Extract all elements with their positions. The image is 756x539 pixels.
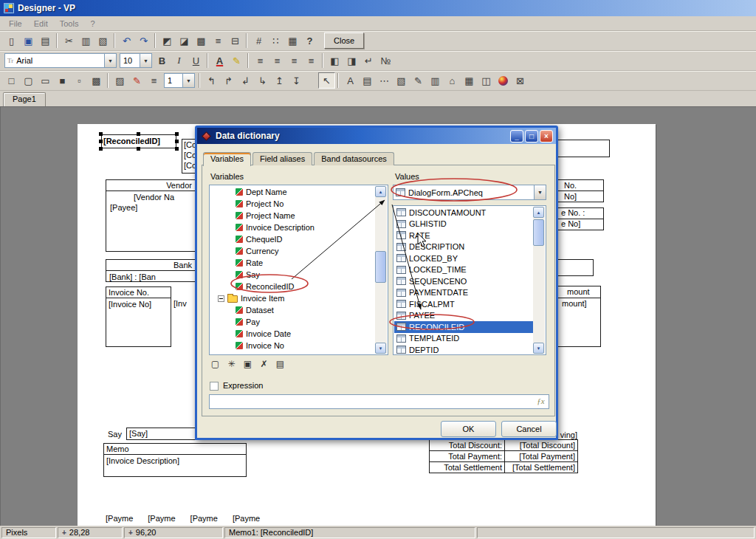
chevron-down-icon[interactable]: ▼ <box>182 74 194 87</box>
datasource-combo[interactable]: DialogForm.APCheq ▼ <box>393 185 546 200</box>
maximize-button[interactable]: □ <box>525 130 538 143</box>
group-icon[interactable]: ▩ <box>193 32 210 49</box>
connector-up-icon[interactable]: ↥ <box>271 72 288 89</box>
send-to-back-icon[interactable]: ◪ <box>176 32 193 49</box>
close-designer-button[interactable]: Close <box>324 32 364 49</box>
richtext-tool-icon[interactable]: ▥ <box>427 72 444 89</box>
chevron-down-icon[interactable]: ▼ <box>104 54 116 67</box>
label-tool-icon[interactable]: A <box>342 72 359 89</box>
ok-button[interactable]: OK <box>441 421 496 437</box>
dialog-tab[interactable]: Variables <box>203 152 251 166</box>
value-item[interactable]: LOCKED_TIME <box>394 264 533 276</box>
amount-field-fragment[interactable]: mount] <box>557 298 601 347</box>
undo-icon[interactable]: ↶ <box>118 32 135 49</box>
tree-item[interactable]: Pay <box>210 316 375 328</box>
detail-field[interactable]: [Payme <box>106 514 133 523</box>
picture-tool-icon[interactable]: ▧ <box>393 72 410 89</box>
font-family-combo[interactable]: Tr Arial ▼ <box>4 53 117 68</box>
invoice-block[interactable]: Invoice No. [Invoice No] <box>106 286 171 347</box>
menu-item[interactable]: Tools <box>54 18 85 30</box>
bold-icon[interactable]: B <box>154 52 171 69</box>
total-value[interactable]: [Total Payment] <box>504 450 578 462</box>
copy-icon[interactable]: ▥ <box>78 32 94 49</box>
preview-icon[interactable]: ▤ <box>37 32 54 49</box>
connector-down-left-icon[interactable]: ↲ <box>237 72 254 89</box>
rounded-rect-icon[interactable]: ▢ <box>20 72 37 89</box>
snap-grid-icon[interactable]: ∷ <box>267 32 284 49</box>
connector-up-right-icon[interactable]: ↱ <box>220 72 237 89</box>
cheque-no-field-fragment[interactable]: No] <box>557 190 604 202</box>
add-item-icon[interactable]: ▢ <box>209 358 221 370</box>
connector-up-left-icon[interactable]: ↰ <box>203 72 220 89</box>
minimize-button[interactable]: _ <box>510 130 523 143</box>
save-icon[interactable]: ▣ <box>20 32 37 49</box>
scroll-down-icon[interactable]: ▼ <box>375 343 386 354</box>
invoice-no-field-fragment[interactable]: e No] <box>557 219 604 230</box>
frame-left-icon[interactable]: ◧ <box>326 52 343 69</box>
fx-button[interactable]: ƒx <box>535 396 547 407</box>
shape-tool-icon[interactable]: ⌂ <box>444 72 461 89</box>
connector-down-right-icon[interactable]: ↳ <box>254 72 271 89</box>
justify-icon[interactable]: ≡ <box>303 52 320 69</box>
pointer-icon[interactable]: ↖ <box>318 72 335 89</box>
tree-scrollbar[interactable]: ▲ ▼ <box>375 186 387 354</box>
detail-field[interactable]: [Payme <box>148 514 175 523</box>
menu-item[interactable]: Edit <box>28 18 54 30</box>
fill-color-icon[interactable]: ▨ <box>111 72 128 89</box>
value-item[interactable]: FISCALPMT <box>394 298 533 310</box>
line-style-icon[interactable]: ≡ <box>145 72 162 89</box>
scroll-down-icon[interactable]: ▼ <box>533 343 544 354</box>
italic-icon[interactable]: I <box>171 52 188 69</box>
barcode-tool-icon[interactable]: ▦ <box>461 72 478 89</box>
add-child-icon[interactable]: ✳ <box>225 358 238 370</box>
value-item[interactable]: RECONCILEID <box>394 321 533 333</box>
vendor-block[interactable]: Vendor [Vendor Na [Payee] <box>106 179 199 252</box>
rect-icon[interactable]: □ <box>3 72 20 89</box>
value-item[interactable]: TEMPLATEID <box>394 333 533 345</box>
expression-checkbox[interactable] <box>210 382 219 391</box>
line-color-icon[interactable]: ✎ <box>128 72 145 89</box>
detail-field[interactable]: [Payme <box>190 514 218 523</box>
tree-item[interactable]: Say <box>210 269 375 281</box>
cut-icon[interactable]: ✂ <box>61 32 78 49</box>
dashed-rect-icon[interactable]: ▫ <box>71 72 88 89</box>
selection-handle[interactable] <box>137 147 140 151</box>
cancel-button[interactable]: Cancel <box>501 421 557 437</box>
tree-item[interactable]: Project Name <box>210 210 375 222</box>
selection-handle[interactable] <box>99 132 103 136</box>
menu-item[interactable]: File <box>3 18 28 30</box>
selection-handle[interactable] <box>137 132 140 136</box>
grid-icon[interactable]: # <box>250 32 267 49</box>
tree-item[interactable]: Invoice Date <box>210 328 375 340</box>
tree-item[interactable]: Invoice Item <box>210 292 375 304</box>
align-center-icon[interactable]: ≡ <box>269 52 286 69</box>
date-field-fragment[interactable] <box>557 140 610 157</box>
total-value[interactable]: [Total Settlement] <box>504 461 578 473</box>
value-item[interactable]: GLHISTID <box>394 219 533 230</box>
detail-field[interactable]: [Payme <box>233 514 260 523</box>
tree-item[interactable]: Rate <box>210 257 375 269</box>
selection-handle[interactable] <box>175 132 179 136</box>
shaded-rect-icon[interactable]: ▩ <box>88 72 105 89</box>
highlight-icon[interactable]: ✎ <box>228 52 245 69</box>
tree-item[interactable]: Dept Name <box>210 186 375 198</box>
value-item[interactable]: DESCRIPTION <box>394 241 533 253</box>
redo-icon[interactable]: ↷ <box>135 32 152 49</box>
ole-tool-icon[interactable]: ⊠ <box>512 72 529 89</box>
expand-minus-icon[interactable] <box>218 295 224 302</box>
vendor-name-field[interactable]: [Vendor Na <box>134 193 174 202</box>
invoice-no-field[interactable]: [Invoice No] <box>109 300 151 309</box>
connector-down-icon[interactable]: ↧ <box>288 72 305 89</box>
tree-item[interactable]: ChequeID <box>210 233 375 245</box>
delete-icon[interactable]: ✗ <box>258 358 270 370</box>
scroll-thumb[interactable] <box>375 251 386 283</box>
pencil-tool-icon[interactable]: ✎ <box>410 72 427 89</box>
filled-rect-icon[interactable]: ■ <box>54 72 71 89</box>
invoice-description-field[interactable]: [Invoice Description] <box>106 456 179 465</box>
line-tool-icon[interactable]: ⋯ <box>376 72 393 89</box>
value-item[interactable]: SEQUENCENO <box>394 275 533 287</box>
size-objects-icon[interactable]: ⊟ <box>227 32 244 49</box>
chevron-down-icon[interactable]: ▼ <box>140 54 151 67</box>
value-item[interactable]: LOCKED_BY <box>394 253 533 264</box>
bring-to-front-icon[interactable]: ◩ <box>159 32 176 49</box>
